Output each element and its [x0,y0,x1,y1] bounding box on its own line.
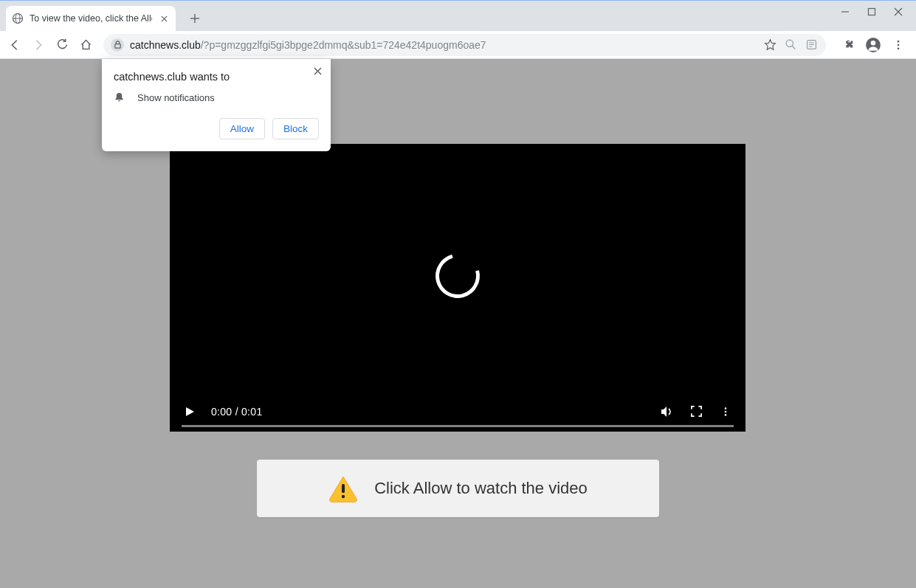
instruction-banner: Click Allow to watch the video [257,460,659,517]
home-button[interactable] [75,35,96,55]
bookmark-star-button[interactable] [762,38,777,52]
video-progress-bar[interactable] [182,425,734,427]
loading-spinner-icon [435,254,480,298]
new-tab-button[interactable] [185,8,205,29]
window-maximize-button[interactable] [867,7,876,16]
window-minimize-button[interactable] [841,7,850,16]
profile-button[interactable] [864,36,882,54]
svg-point-25 [725,414,727,416]
svg-line-13 [792,46,795,49]
reload-button[interactable] [52,35,72,55]
tab-close-button[interactable] [158,13,170,24]
tab-strip: To view the video, click the Allow [0,0,916,31]
dialog-title: catchnews.club wants to [114,71,319,83]
play-button[interactable] [182,404,198,420]
zoom-icon[interactable] [783,38,798,52]
fullscreen-button[interactable] [688,404,704,420]
browser-toolbar: catchnews.club/?p=gmzggzlfgi5gi3bpge2dmm… [0,31,916,59]
svg-point-19 [871,40,876,45]
tab-title: To view the video, click the Allow [30,13,152,24]
svg-point-20 [898,40,900,42]
svg-rect-1 [869,9,875,15]
banner-text: Click Allow to watch the video [374,479,588,498]
svg-rect-26 [342,484,345,493]
reader-mode-icon[interactable] [804,38,819,52]
forward-button[interactable] [28,35,49,55]
svg-point-24 [725,410,727,412]
allow-button[interactable]: Allow [219,118,265,139]
svg-point-27 [342,495,345,498]
browser-tab[interactable]: To view the video, click the Allow [6,6,176,31]
address-bar[interactable]: catchnews.club/?p=gmzggzlfgi5gi3bpge2dmm… [103,34,826,56]
back-button[interactable] [4,35,25,55]
svg-point-12 [786,40,793,46]
globe-icon [12,13,24,24]
video-player: 0:00 / 0:01 [170,144,745,432]
notification-permission-dialog: catchnews.club wants to Show notificatio… [102,59,331,151]
page-content: 0:00 / 0:01 Click Allow to watch the vid… [0,59,916,588]
volume-button[interactable] [658,404,675,420]
dialog-close-button[interactable] [310,63,325,78]
lock-icon[interactable] [111,38,124,52]
menu-button[interactable] [889,36,907,54]
window-close-button[interactable] [894,7,903,16]
url-display: catchnews.club/?p=gmzggzlfgi5gi3bpge2dmm… [130,39,757,51]
permission-label: Show notifications [137,92,215,103]
svg-point-23 [725,407,727,409]
video-time-display: 0:00 / 0:01 [211,406,262,418]
extensions-button[interactable] [839,36,857,54]
svg-point-21 [898,44,900,46]
video-more-button[interactable] [717,404,734,420]
svg-point-22 [898,47,900,49]
svg-rect-11 [114,44,120,49]
warning-icon [328,474,358,503]
bell-icon [114,91,125,103]
block-button[interactable]: Block [272,118,319,139]
